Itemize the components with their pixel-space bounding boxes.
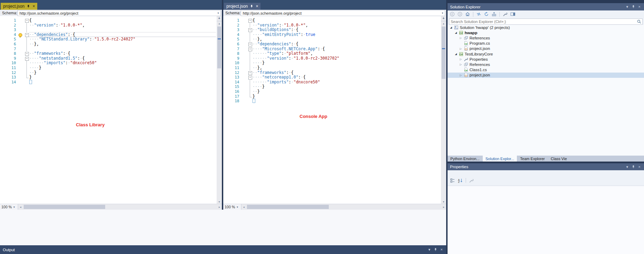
document-tab-project-json[interactable]: project.json × [1, 3, 37, 10]
token-punctuation: { [68, 51, 70, 56]
scroll-right-icon[interactable]: ▸ [217, 206, 222, 209]
outlining-collapse-icon[interactable] [25, 52, 29, 56]
schema-combobox[interactable]: http://json.schemastore.org/project ▾ [17, 10, 221, 16]
expander-icon[interactable]: ◢ [454, 52, 458, 55]
code-line: 11····} [0, 66, 217, 70]
document-tab-strip: project.json × [0, 0, 222, 10]
tool-tab-solution-explor[interactable]: Solution Explor... [483, 156, 517, 162]
pin-icon[interactable] [250, 5, 254, 8]
scroll-right-icon[interactable]: ▸ [441, 206, 446, 209]
tool-tab-team-explorer[interactable]: Team Explorer [517, 156, 548, 162]
horizontal-scrollbar[interactable] [246, 204, 441, 210]
window-menu-icon[interactable]: ▾ [626, 5, 628, 9]
tree-item-program-cs[interactable]: C#Program.cs [448, 41, 644, 46]
line-number: 15 [223, 84, 239, 89]
tree-item-class1-cs[interactable]: C#Class1.cs [448, 67, 644, 73]
search-icon[interactable] [636, 19, 642, 24]
solution-explorer-titlebar[interactable]: Solution Explorer ▾ × [448, 3, 644, 10]
token-whitespace: ······ [253, 80, 267, 84]
token-property-name: "netstandard1.5" [39, 56, 78, 61]
property-pages-button[interactable] [468, 177, 475, 184]
outlining-collapse-icon[interactable] [248, 43, 252, 46]
csproj-icon: C# [458, 51, 464, 57]
window-menu-icon[interactable]: ▾ [428, 248, 430, 252]
lightbulb-icon[interactable] [18, 33, 22, 37]
scroll-up-icon[interactable]: ▴ [441, 21, 446, 26]
close-icon[interactable]: × [638, 165, 641, 169]
tree-item-project-json[interactable]: ▷{}project.json [448, 73, 644, 78]
expander-icon[interactable]: ▷ [459, 63, 463, 66]
horizontal-scrollbar[interactable] [23, 204, 217, 210]
close-icon[interactable]: × [638, 5, 641, 9]
expander-icon[interactable]: ▷ [459, 36, 463, 39]
outlining-collapse-icon[interactable] [25, 33, 29, 37]
schema-label: Schema: [223, 11, 240, 15]
tree-item-properties[interactable]: ▷Properties [448, 57, 644, 62]
refresh-button[interactable] [483, 11, 490, 17]
sync-with-active-document-button[interactable] [475, 11, 482, 17]
tool-tab-python-environ[interactable]: Python Environ... [448, 156, 482, 162]
pin-icon[interactable] [631, 5, 635, 9]
schema-combobox[interactable]: http://json.schemastore.org/project ▾ [241, 10, 445, 16]
alphabetical-button[interactable]: AZ [457, 177, 464, 184]
document-tab-project-json[interactable]: project.json × [224, 3, 261, 10]
window-menu-icon[interactable]: ▾ [626, 165, 628, 169]
outlining-collapse-icon[interactable] [248, 76, 252, 80]
categorized-button[interactable] [449, 177, 456, 184]
pin-icon[interactable] [631, 165, 635, 169]
outlining-collapse-icon[interactable] [25, 19, 29, 23]
outlining-collapse-icon[interactable] [25, 57, 29, 61]
outlining-line [250, 66, 250, 70]
expander-icon[interactable]: ▷ [459, 47, 463, 50]
expander-icon[interactable]: ▷ [459, 58, 463, 61]
code-editor[interactable]: 1{2··"version":·"1.0.0-*",34··"dependenc… [0, 16, 217, 204]
scroll-up-icon[interactable]: ▴ [217, 21, 222, 26]
token-whitespace: ·· [253, 70, 257, 75]
home-button[interactable] [464, 11, 471, 17]
zoom-combobox[interactable]: 100 % ▾ [223, 204, 241, 210]
scroll-left-icon[interactable]: ◂ [241, 206, 246, 209]
tree-item-project-json[interactable]: ▷{}project.json [448, 46, 644, 51]
tree-item-hwapp[interactable]: ◢C#hwapp [448, 30, 644, 35]
properties-button[interactable] [502, 11, 509, 17]
pin-icon[interactable] [434, 248, 437, 252]
code-text: ······"imports":·"dnxcore50" [253, 80, 320, 85]
tree-item-references[interactable]: ▷References [448, 62, 644, 67]
output-window-titlebar[interactable]: Output ▾ × [0, 245, 446, 254]
splitter-handle-icon[interactable]: + [217, 16, 222, 21]
zoom-combobox[interactable]: 100 % ▾ [0, 204, 18, 210]
expander-icon[interactable]: ◢ [454, 31, 458, 34]
outlining-collapse-icon[interactable] [248, 28, 252, 32]
pin-icon[interactable] [26, 5, 30, 8]
scrollbar-thumb[interactable] [217, 27, 221, 68]
properties-titlebar[interactable]: Properties ▾ × [448, 163, 644, 170]
collapse-all-button[interactable] [491, 11, 497, 17]
vertical-scrollbar[interactable]: + ▴ ▾ [441, 16, 446, 204]
tree-item-references[interactable]: ▷References [448, 35, 644, 40]
close-icon[interactable]: × [32, 4, 35, 8]
outlining-collapse-icon[interactable] [248, 47, 252, 51]
scrollbar-thumb[interactable] [247, 205, 329, 209]
scroll-left-icon[interactable]: ◂ [18, 206, 23, 209]
expander-icon[interactable]: ▷ [459, 74, 463, 77]
preview-selected-items-button[interactable] [510, 11, 516, 17]
vertical-scrollbar[interactable]: + ▴ ▾ [217, 16, 222, 204]
outlining-collapse-icon[interactable] [248, 19, 252, 23]
code-editor[interactable]: 1{2··"version":·"1.0.0-*",3··"buildOptio… [223, 16, 441, 204]
token-whitespace: · [291, 80, 294, 84]
tree-item-solution-hwapp-2-projects[interactable]: ◢Solution 'hwapp' (2 projects) [448, 25, 644, 30]
code-text: ··"dependencies":·{ [253, 42, 298, 47]
close-icon[interactable]: × [441, 248, 443, 252]
search-input[interactable]: Search Solution Explorer (Ctrl+;) [449, 18, 643, 25]
scrollbar-thumb[interactable] [24, 205, 105, 209]
tool-tab-class-vie[interactable]: Class Vie [548, 156, 569, 162]
back-button[interactable] [449, 11, 456, 17]
scrollbar-thumb[interactable] [442, 27, 445, 79]
tree-item-testlibrarycore[interactable]: ◢C#TestLibraryCore [448, 51, 644, 57]
outlining-collapse-icon[interactable] [248, 71, 252, 75]
splitter-handle-icon[interactable]: + [441, 16, 446, 21]
expander-icon[interactable]: ◢ [449, 26, 453, 29]
forward-button[interactable] [457, 11, 463, 17]
close-icon[interactable]: × [256, 4, 258, 8]
token-punctuation: { [323, 46, 325, 51]
